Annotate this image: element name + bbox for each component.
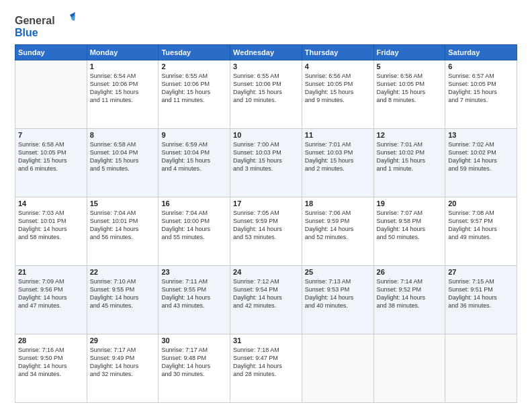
calendar-day-cell: 25Sunrise: 7:13 AMSunset: 9:53 PMDayligh… (302, 266, 373, 334)
calendar-day-cell: 16Sunrise: 7:04 AMSunset: 10:00 PMDaylig… (159, 197, 230, 266)
calendar-day-cell: 14Sunrise: 7:03 AMSunset: 10:01 PMDaylig… (15, 197, 87, 266)
day-info: Sunrise: 7:04 AMSunset: 10:01 PMDaylight… (90, 209, 156, 242)
calendar-week-row: 1Sunrise: 6:54 AMSunset: 10:06 PMDayligh… (15, 60, 517, 129)
day-info: Sunrise: 7:07 AMSunset: 9:58 PMDaylight:… (377, 209, 443, 242)
calendar-day-cell: 22Sunrise: 7:10 AMSunset: 9:55 PMDayligh… (87, 266, 159, 334)
day-number: 3 (233, 62, 299, 71)
day-number: 13 (448, 131, 514, 139)
header: General Blue (15, 12, 517, 40)
day-number: 30 (161, 336, 227, 345)
day-number: 16 (161, 199, 227, 208)
day-info: Sunrise: 6:56 AMSunset: 10:05 PMDaylight… (305, 72, 371, 105)
calendar-day-cell: 29Sunrise: 7:17 AMSunset: 9:49 PMDayligh… (87, 334, 159, 403)
day-number: 4 (305, 62, 371, 71)
calendar-header-row: SundayMondayTuesdayWednesdayThursdayFrid… (15, 45, 517, 60)
calendar-day-cell: 2Sunrise: 6:55 AMSunset: 10:06 PMDayligh… (159, 60, 230, 129)
calendar-day-cell: 1Sunrise: 6:54 AMSunset: 10:06 PMDayligh… (87, 60, 159, 129)
day-info: Sunrise: 7:03 AMSunset: 10:01 PMDaylight… (18, 209, 84, 242)
calendar-day-cell (15, 60, 87, 129)
day-number: 9 (161, 131, 227, 139)
calendar-day-cell: 5Sunrise: 6:56 AMSunset: 10:05 PMDayligh… (373, 60, 445, 129)
day-info: Sunrise: 6:56 AMSunset: 10:05 PMDaylight… (377, 72, 443, 105)
day-info: Sunrise: 7:11 AMSunset: 9:55 PMDaylight:… (161, 277, 227, 310)
day-info: Sunrise: 7:16 AMSunset: 9:50 PMDaylight:… (18, 346, 84, 379)
calendar-day-cell: 19Sunrise: 7:07 AMSunset: 9:58 PMDayligh… (373, 197, 445, 266)
day-number: 19 (377, 199, 443, 208)
day-info: Sunrise: 7:17 AMSunset: 9:48 PMDaylight:… (161, 346, 227, 379)
day-number: 21 (18, 268, 84, 276)
day-number: 2 (161, 62, 227, 71)
calendar-day-cell: 28Sunrise: 7:16 AMSunset: 9:50 PMDayligh… (15, 334, 87, 403)
calendar-day-header: Sunday (15, 45, 87, 60)
calendar-day-cell: 20Sunrise: 7:08 AMSunset: 9:57 PMDayligh… (445, 197, 517, 266)
day-info: Sunrise: 7:08 AMSunset: 9:57 PMDaylight:… (448, 209, 514, 242)
day-number: 23 (161, 268, 227, 276)
calendar-day-cell: 31Sunrise: 7:18 AMSunset: 9:47 PMDayligh… (230, 334, 302, 403)
calendar-day-cell: 30Sunrise: 7:17 AMSunset: 9:48 PMDayligh… (159, 334, 230, 403)
svg-text:General: General (15, 15, 55, 26)
calendar-day-cell (302, 334, 373, 403)
day-number: 31 (233, 336, 299, 345)
calendar-day-header: Monday (87, 45, 159, 60)
page: General Blue SundayMondayTuesdayWednesda… (0, 0, 532, 411)
logo: General Blue (15, 12, 75, 40)
day-info: Sunrise: 7:00 AMSunset: 10:03 PMDaylight… (233, 140, 299, 173)
calendar-day-cell: 11Sunrise: 7:01 AMSunset: 10:03 PMDaylig… (302, 129, 373, 197)
day-info: Sunrise: 7:15 AMSunset: 9:51 PMDaylight:… (448, 277, 514, 310)
day-info: Sunrise: 7:02 AMSunset: 10:02 PMDaylight… (448, 140, 514, 173)
day-number: 1 (90, 62, 156, 71)
day-info: Sunrise: 6:57 AMSunset: 10:05 PMDaylight… (448, 72, 514, 105)
calendar-week-row: 14Sunrise: 7:03 AMSunset: 10:01 PMDaylig… (15, 197, 517, 266)
calendar-day-cell: 21Sunrise: 7:09 AMSunset: 9:56 PMDayligh… (15, 266, 87, 334)
day-number: 25 (305, 268, 371, 276)
svg-text:Blue: Blue (15, 27, 38, 38)
calendar-day-cell: 10Sunrise: 7:00 AMSunset: 10:03 PMDaylig… (230, 129, 302, 197)
calendar-day-cell: 7Sunrise: 6:58 AMSunset: 10:05 PMDayligh… (15, 129, 87, 197)
day-info: Sunrise: 7:10 AMSunset: 9:55 PMDaylight:… (90, 277, 156, 310)
calendar-day-cell: 18Sunrise: 7:06 AMSunset: 9:59 PMDayligh… (302, 197, 373, 266)
calendar-day-cell (373, 334, 445, 403)
day-info: Sunrise: 6:59 AMSunset: 10:04 PMDaylight… (161, 140, 227, 173)
day-info: Sunrise: 7:05 AMSunset: 9:59 PMDaylight:… (233, 209, 299, 242)
day-number: 29 (90, 336, 156, 345)
calendar-week-row: 21Sunrise: 7:09 AMSunset: 9:56 PMDayligh… (15, 266, 517, 334)
day-number: 18 (305, 199, 371, 208)
logo-svg: General Blue (15, 12, 75, 40)
day-number: 6 (448, 62, 514, 71)
calendar-day-header: Saturday (445, 45, 517, 60)
calendar-day-cell: 6Sunrise: 6:57 AMSunset: 10:05 PMDayligh… (445, 60, 517, 129)
day-info: Sunrise: 7:01 AMSunset: 10:03 PMDaylight… (305, 140, 371, 173)
day-number: 11 (305, 131, 371, 139)
day-number: 10 (233, 131, 299, 139)
calendar-day-cell: 12Sunrise: 7:01 AMSunset: 10:02 PMDaylig… (373, 129, 445, 197)
calendar-day-cell: 9Sunrise: 6:59 AMSunset: 10:04 PMDayligh… (159, 129, 230, 197)
calendar-day-cell: 4Sunrise: 6:56 AMSunset: 10:05 PMDayligh… (302, 60, 373, 129)
day-number: 22 (90, 268, 156, 276)
calendar-day-header: Friday (373, 45, 445, 60)
day-info: Sunrise: 7:13 AMSunset: 9:53 PMDaylight:… (305, 277, 371, 310)
day-info: Sunrise: 7:06 AMSunset: 9:59 PMDaylight:… (305, 209, 371, 242)
day-info: Sunrise: 6:54 AMSunset: 10:06 PMDaylight… (90, 72, 156, 105)
day-number: 24 (233, 268, 299, 276)
day-number: 20 (448, 199, 514, 208)
day-info: Sunrise: 6:55 AMSunset: 10:06 PMDaylight… (161, 72, 227, 105)
calendar-day-cell: 3Sunrise: 6:55 AMSunset: 10:06 PMDayligh… (230, 60, 302, 129)
day-info: Sunrise: 7:01 AMSunset: 10:02 PMDaylight… (377, 140, 443, 173)
day-info: Sunrise: 7:17 AMSunset: 9:49 PMDaylight:… (90, 346, 156, 379)
day-number: 8 (90, 131, 156, 139)
calendar-table: SundayMondayTuesdayWednesdayThursdayFrid… (15, 44, 517, 403)
day-number: 15 (90, 199, 156, 208)
calendar-day-header: Thursday (302, 45, 373, 60)
day-info: Sunrise: 7:09 AMSunset: 9:56 PMDaylight:… (18, 277, 84, 310)
day-number: 12 (377, 131, 443, 139)
day-info: Sunrise: 7:12 AMSunset: 9:54 PMDaylight:… (233, 277, 299, 310)
calendar-day-cell: 23Sunrise: 7:11 AMSunset: 9:55 PMDayligh… (159, 266, 230, 334)
day-number: 27 (448, 268, 514, 276)
day-number: 28 (18, 336, 84, 345)
day-info: Sunrise: 6:58 AMSunset: 10:05 PMDaylight… (18, 140, 84, 173)
calendar-day-cell: 26Sunrise: 7:14 AMSunset: 9:52 PMDayligh… (373, 266, 445, 334)
calendar-day-cell: 8Sunrise: 6:58 AMSunset: 10:04 PMDayligh… (87, 129, 159, 197)
day-number: 14 (18, 199, 84, 208)
day-info: Sunrise: 7:14 AMSunset: 9:52 PMDaylight:… (377, 277, 443, 310)
calendar-week-row: 28Sunrise: 7:16 AMSunset: 9:50 PMDayligh… (15, 334, 517, 403)
